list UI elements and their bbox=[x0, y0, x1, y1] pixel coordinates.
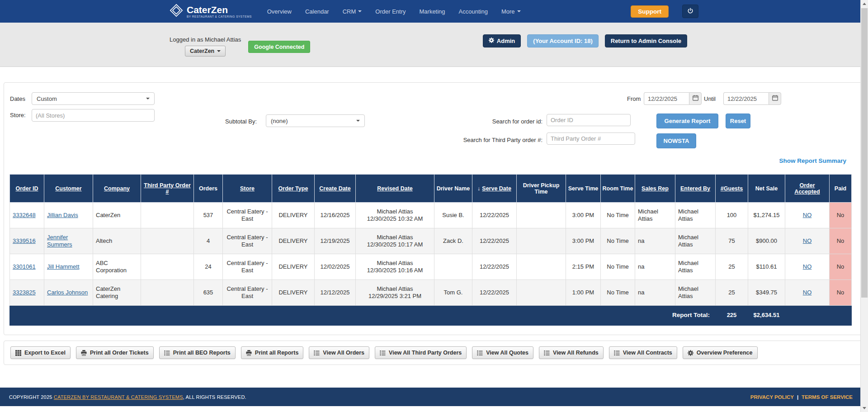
view-all-third-party-orders-button[interactable]: View All Third Party Orders bbox=[375, 346, 467, 359]
column-header-order-accepted[interactable]: Order Accepted bbox=[785, 175, 830, 203]
dates-range-select[interactable]: Custom bbox=[32, 92, 155, 105]
until-date-input[interactable] bbox=[723, 92, 769, 105]
order-id-link[interactable]: 3323825 bbox=[13, 289, 36, 296]
order-id-link[interactable]: 3332648 bbox=[13, 212, 36, 218]
until-date-group bbox=[723, 92, 781, 105]
column-label: Driver Pickup Time bbox=[523, 182, 560, 195]
print-all-reports-button[interactable]: Print all Reports bbox=[241, 346, 304, 359]
nowsta-button[interactable]: NOWSTA bbox=[656, 133, 696, 148]
from-calendar-button[interactable] bbox=[689, 92, 702, 105]
customer-link[interactable]: Jill Hammett bbox=[47, 263, 80, 270]
vertical-scrollbar[interactable] bbox=[860, 0, 868, 412]
order-id-search-input[interactable] bbox=[547, 114, 631, 126]
nav-item-label: Accounting bbox=[459, 8, 488, 15]
nav-item-more[interactable]: More bbox=[501, 8, 521, 15]
column-header-serve-date[interactable]: ↓Serve Date bbox=[472, 175, 517, 203]
terms-of-service-link[interactable]: TERMS OF SERVICE bbox=[802, 394, 853, 400]
order-id-link[interactable]: 3301061 bbox=[13, 263, 36, 270]
admin-button[interactable]: Admin bbox=[483, 34, 521, 47]
nav-item-marketing[interactable]: Marketing bbox=[420, 8, 445, 15]
print-all-beo-reports-button[interactable]: Print all BEO Reports bbox=[159, 346, 236, 359]
order-id-link[interactable]: 3339516 bbox=[13, 237, 36, 244]
action-button-label: View All Third Party Orders bbox=[389, 350, 462, 356]
cell-third-party bbox=[141, 203, 194, 228]
order-accepted-link[interactable]: NO bbox=[803, 212, 812, 218]
nav-item-crm[interactable]: CRM bbox=[343, 8, 362, 15]
scroll-down-button[interactable] bbox=[861, 404, 868, 412]
google-connected-button[interactable]: Google Connected bbox=[248, 41, 310, 53]
column-label: Third Party Order # bbox=[144, 182, 191, 195]
column-header-customer[interactable]: Customer bbox=[44, 175, 93, 203]
nav-item-overview[interactable]: Overview bbox=[267, 8, 292, 15]
column-header-driver-pickup-time: Driver Pickup Time bbox=[517, 175, 566, 203]
cell-order-id: 3301061 bbox=[10, 254, 44, 280]
third-party-order-search-input[interactable] bbox=[547, 133, 635, 145]
show-report-summary-link[interactable]: Show Report Summary bbox=[779, 157, 846, 164]
nav-item-calendar[interactable]: Calendar bbox=[305, 8, 329, 15]
caterzen-logo[interactable]: CaterZen by RESTAURANT & CATERING SYSTEM… bbox=[170, 4, 252, 19]
return-admin-console-button[interactable]: Return to Admin Console bbox=[605, 34, 687, 47]
reset-button[interactable]: Reset bbox=[726, 114, 750, 128]
column-header-store[interactable]: Store bbox=[223, 175, 272, 203]
logout-power-button[interactable] bbox=[682, 5, 698, 18]
subtotal-by-select[interactable]: (none) bbox=[266, 114, 365, 127]
column-header-sales-rep[interactable]: Sales Rep bbox=[635, 175, 675, 203]
account-menu-button[interactable]: CaterZen bbox=[185, 46, 226, 57]
account-header-strip: Logged in as Michael Attias CaterZen Goo… bbox=[0, 23, 868, 67]
view-all-contracts-button[interactable]: View All Contracts bbox=[609, 346, 677, 359]
column-header-entered-by[interactable]: Entered By bbox=[675, 175, 716, 203]
customer-link[interactable]: Jennifer Summers bbox=[47, 234, 72, 248]
action-button-label: Export to Excel bbox=[24, 350, 66, 356]
view-all-orders-button[interactable]: View All Orders bbox=[309, 346, 369, 359]
nav-item-label: Marketing bbox=[420, 8, 445, 15]
column-header-net-sale: Net Sale bbox=[748, 175, 785, 203]
copyright-company-link[interactable]: CATERZEN BY RESTAURANT & CATERING SYSTEM… bbox=[54, 394, 183, 400]
store-input[interactable] bbox=[32, 109, 155, 122]
scrollbar-thumb[interactable] bbox=[861, 8, 868, 298]
cell-company: CaterZen Catering bbox=[93, 280, 141, 306]
cell-serve-time: 1:00 PM bbox=[566, 280, 601, 306]
print-all-order-tickets-button[interactable]: Print all Order Tickets bbox=[76, 346, 154, 359]
column-header-order-type[interactable]: Order Type bbox=[272, 175, 315, 203]
cell-serve-time: 3:00 PM bbox=[566, 203, 601, 228]
support-button[interactable]: Support bbox=[631, 5, 669, 18]
view-all-quotes-button[interactable]: View All Quotes bbox=[472, 346, 533, 359]
cell-order-accepted: NO bbox=[785, 228, 830, 254]
customer-link[interactable]: Jillian Davis bbox=[47, 212, 78, 218]
column-header-order-id[interactable]: Order ID bbox=[10, 175, 44, 203]
actions-toolbar: Export to ExcelPrint all Order TicketsPr… bbox=[4, 341, 864, 365]
cell-orders: 4 bbox=[194, 228, 223, 254]
account-id-button[interactable]: (Your Account ID: 18) bbox=[527, 34, 598, 47]
column-header-guests[interactable]: #Guests bbox=[716, 175, 748, 203]
cell-serve-date: 12/22/2025 bbox=[472, 203, 517, 228]
column-label: Order Type bbox=[278, 185, 308, 192]
order-accepted-link[interactable]: NO bbox=[803, 263, 812, 270]
generate-report-button[interactable]: Generate Report bbox=[656, 114, 718, 128]
column-label: Serve Date bbox=[482, 185, 511, 192]
nav-item-order-entry[interactable]: Order Entry bbox=[375, 8, 406, 15]
view-all-refunds-button[interactable]: View All Refunds bbox=[539, 346, 604, 359]
cell-order-type: DELIVERY bbox=[272, 254, 315, 280]
cell-order-type: DELIVERY bbox=[272, 228, 315, 254]
order-accepted-link[interactable]: NO bbox=[803, 289, 812, 296]
column-header-third-party-order[interactable]: Third Party Order # bbox=[141, 175, 194, 203]
action-button-label: View All Refunds bbox=[553, 350, 599, 356]
column-header-company[interactable]: Company bbox=[93, 175, 141, 203]
table-row: 3332648Jillian DavisCaterZen537Central E… bbox=[10, 203, 852, 228]
cell-net-sale: $900.00 bbox=[748, 228, 785, 254]
from-date-input[interactable] bbox=[644, 92, 689, 105]
nav-item-accounting[interactable]: Accounting bbox=[459, 8, 488, 15]
privacy-policy-link[interactable]: PRIVACY POLICY bbox=[750, 394, 794, 400]
cell-room-time: No Time bbox=[601, 228, 635, 254]
until-calendar-button[interactable] bbox=[769, 92, 781, 105]
list-icon bbox=[614, 350, 620, 356]
order-accepted-link[interactable]: NO bbox=[803, 237, 812, 244]
column-header-revised-date[interactable]: Revised Date bbox=[356, 175, 434, 203]
customer-link[interactable]: Carlos Johnson bbox=[47, 289, 88, 296]
export-to-excel-button[interactable]: Export to Excel bbox=[10, 346, 71, 359]
revised-by-text: Michael Attias bbox=[359, 285, 431, 293]
scroll-up-button[interactable] bbox=[861, 0, 868, 8]
column-header-create-date[interactable]: Create Date bbox=[315, 175, 356, 203]
overview-preference-button[interactable]: Overview Preference bbox=[683, 346, 758, 359]
caret-down-icon bbox=[217, 50, 221, 52]
